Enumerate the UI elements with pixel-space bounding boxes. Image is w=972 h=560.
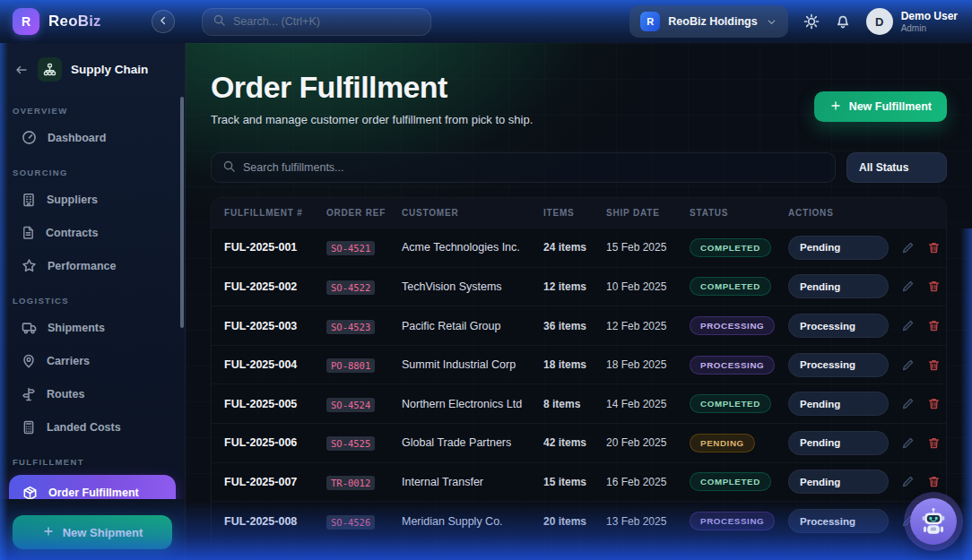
nav-section-label: OVERVIEW (0, 92, 185, 121)
chatbot-assistant-button[interactable] (910, 498, 957, 545)
new-fulfillment-button[interactable]: New Fulfillment (814, 91, 947, 122)
status-badge: PROCESSING (690, 316, 775, 335)
trash-icon[interactable] (927, 280, 941, 293)
table-body: FUL-2025-001SO-4521Acme Technologies Inc… (212, 228, 946, 540)
sidebar-scrollbar[interactable] (180, 97, 184, 328)
robot-icon (918, 506, 949, 537)
status-badge: COMPLETED (690, 394, 771, 413)
order-ref-code[interactable]: PO-8801 (326, 358, 375, 373)
ship-date: 10 Feb 2025 (606, 280, 690, 293)
user-menu[interactable]: D Demo User Admin (866, 8, 958, 35)
sidebar-item-order-fulfillment[interactable]: Order Fulfillment (9, 475, 176, 499)
edit-icon[interactable] (901, 241, 915, 254)
column-header-fulfillment: FULFILLMENT # (212, 208, 326, 218)
edit-icon[interactable] (901, 358, 915, 372)
row-status-select[interactable]: Pending (788, 274, 889, 298)
status-filter-select[interactable]: All Status (846, 152, 947, 183)
sidebar-item-landed-costs[interactable]: Landed Costs (0, 410, 185, 444)
brand-area: R ReoBiz (0, 8, 186, 35)
sidebar-item-performance[interactable]: Performance (0, 249, 185, 282)
items-count: 24 items (543, 241, 606, 254)
sidebar-item-label: Suppliers (47, 194, 98, 206)
table-row: FUL-2025-005SO-4524Northern Electronics … (212, 383, 946, 423)
trash-icon[interactable] (927, 475, 941, 488)
sidebar-item-shipments[interactable]: Shipments (0, 311, 185, 344)
status-badge: COMPLETED (690, 277, 771, 296)
order-ref-code[interactable]: SO-4525 (326, 436, 375, 451)
ship-date: 14 Feb 2025 (606, 398, 690, 410)
brand-logo-letter: R (22, 14, 30, 29)
brand-name: ReoBiz (48, 13, 101, 30)
package-icon (22, 486, 38, 500)
module-title: Supply Chain (71, 63, 148, 76)
customer-name: Global Trade Partners (402, 436, 543, 449)
fulfillment-search-input[interactable] (243, 161, 824, 174)
fulfillment-number: FUL-2025-006 (212, 436, 326, 449)
status-badge: COMPLETED (690, 238, 771, 257)
customer-name: Northern Electronics Ltd (402, 398, 543, 410)
document-icon (22, 226, 35, 239)
row-status-select[interactable]: Processing (788, 314, 889, 338)
back-arrow-icon[interactable] (14, 63, 29, 77)
status-badge: COMPLETED (690, 472, 771, 491)
global-search-input[interactable] (233, 15, 421, 28)
sidebar-item-carriers[interactable]: Carriers (0, 344, 185, 377)
row-status-select[interactable]: Pending (788, 236, 889, 260)
trash-icon[interactable] (927, 358, 941, 372)
edit-icon[interactable] (901, 475, 915, 488)
edit-icon[interactable] (901, 280, 915, 293)
app-window: R ReoBiz R ReoBiz Holdings D Demo User (0, 0, 972, 560)
tenant-switcher[interactable]: R ReoBiz Holdings (629, 5, 787, 38)
fulfillment-number: FUL-2025-004 (212, 358, 326, 371)
fulfillment-number: FUL-2025-001 (212, 241, 326, 254)
sitemap-icon (38, 57, 62, 82)
global-search[interactable] (202, 8, 431, 36)
sidebar-item-contracts[interactable]: Contracts (0, 216, 185, 249)
sidebar-item-dashboard[interactable]: Dashboard (0, 121, 185, 154)
new-shipment-button[interactable]: New Shipment (13, 515, 172, 549)
theme-toggle-button[interactable] (803, 13, 820, 30)
status-badge: PROCESSING (690, 356, 775, 375)
trash-icon[interactable] (927, 241, 941, 254)
trash-icon[interactable] (927, 319, 941, 332)
row-status-select[interactable]: Pending (788, 392, 889, 416)
order-ref-code[interactable]: SO-4526 (326, 515, 375, 530)
order-ref-code[interactable]: SO-4522 (326, 280, 375, 295)
customer-name: TechVision Systems (402, 280, 543, 293)
trash-icon[interactable] (927, 397, 941, 410)
row-status-select[interactable]: Processing (788, 353, 889, 377)
sidebar-item-label: Dashboard (48, 132, 106, 144)
edit-icon[interactable] (901, 397, 915, 410)
fulfillment-search[interactable] (211, 152, 836, 183)
main-content: Order Fulfillment Track and manage custo… (186, 43, 972, 560)
user-name: Demo User (901, 10, 958, 23)
star-icon (22, 258, 37, 273)
sidebar-item-suppliers[interactable]: Suppliers (0, 183, 185, 216)
table-row: FUL-2025-007TR-0012Internal Transfer15 i… (212, 462, 946, 502)
sidebar-item-routes[interactable]: Routes (0, 377, 185, 410)
edit-icon[interactable] (901, 436, 915, 450)
edit-icon[interactable] (901, 319, 915, 332)
row-status-select[interactable]: Processing (788, 509, 889, 533)
page-subtitle: Track and manage customer order fulfillm… (211, 113, 533, 126)
topbar-right: R ReoBiz Holdings D Demo User Admin (629, 5, 972, 38)
table-row: FUL-2025-008SO-4526Meridian Supply Co.20… (212, 501, 946, 540)
trash-icon[interactable] (927, 436, 941, 450)
order-ref-code[interactable]: TR-0012 (326, 476, 375, 490)
building-icon (22, 193, 36, 207)
sidebar-collapse-button[interactable] (152, 10, 175, 33)
notifications-button[interactable] (835, 13, 851, 30)
order-ref-code[interactable]: SO-4523 (326, 320, 375, 334)
row-status-select[interactable]: Pending (788, 431, 889, 455)
sidebar-nav: OVERVIEWDashboardSOURCINGSuppliersContra… (0, 92, 185, 499)
ship-date: 18 Feb 2025 (606, 358, 690, 371)
order-ref-code[interactable]: SO-4521 (326, 241, 375, 255)
order-ref-code[interactable]: SO-4524 (326, 398, 375, 412)
plus-icon (42, 525, 55, 540)
fulfillments-table: FULFILLMENT #ORDER REFCUSTOMERITEMSSHIP … (211, 197, 947, 540)
row-actions: Pending (788, 470, 946, 494)
sidebar-item-label: Contracts (46, 227, 98, 239)
page-title: Order Fulfillment (211, 70, 533, 105)
fulfillment-number: FUL-2025-005 (212, 398, 326, 410)
row-status-select[interactable]: Pending (788, 470, 889, 494)
